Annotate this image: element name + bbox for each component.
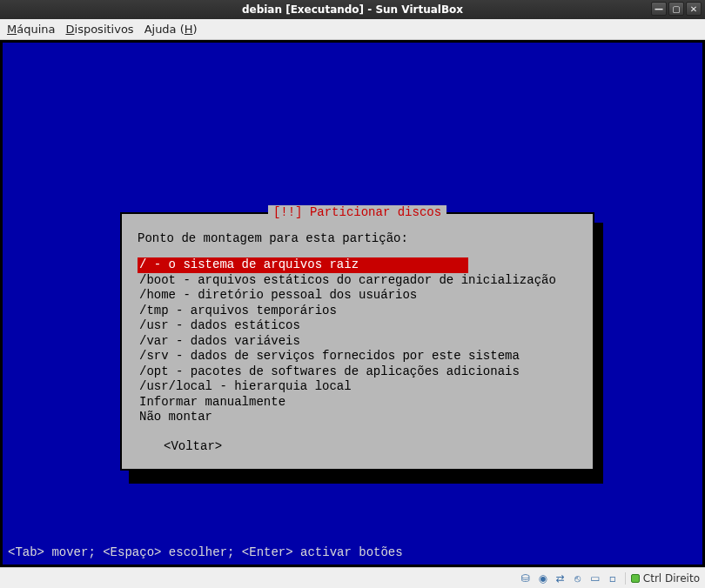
menubar: Máquina Dispositivos Ajuda (H) [0,19,705,40]
option-manual[interactable]: Informar manualmente [138,395,577,411]
option-var[interactable]: /var - dados variáveis [138,334,577,350]
host-key-label: Ctrl Direito [643,572,700,585]
option-tmp[interactable]: /tmp - arquivos temporários [138,304,577,319]
minimize-button[interactable]: — [651,2,667,16]
status-icons: ⛁ ◉ ⇄ ⎋ ▭ ▫ [519,571,620,585]
mouse-integration-icon[interactable]: ▫ [606,571,620,585]
network-icon[interactable]: ⇄ [554,571,567,585]
option-root[interactable]: / - o sistema de arquivos raiz [138,257,468,273]
option-usr[interactable]: /usr - dados estáticos [138,318,577,334]
option-srv[interactable]: /srv - dados de serviços fornecidos por … [138,349,577,364]
option-opt[interactable]: /opt - pacotes de softwares de aplicaçõe… [138,364,577,380]
vm-display: [!!] Particionar discos Ponto de montage… [0,40,705,567]
menu-machine[interactable]: Máquina [7,23,56,36]
back-button[interactable]: <Voltar> [138,439,577,453]
menu-help[interactable]: Ajuda (H) [144,23,198,36]
vm-screen[interactable]: [!!] Particionar discos Ponto de montage… [3,43,702,565]
dialog-prompt: Ponto de montagem para esta partição: [138,231,577,245]
hard-disk-icon[interactable]: ⛁ [519,571,533,585]
dialog-title: [!!] Particionar discos [268,205,446,219]
partition-dialog: [!!] Particionar discos Ponto de montage… [120,212,594,471]
statusbar: ⛁ ◉ ⇄ ⎋ ▭ ▫ Ctrl Direito [0,567,705,588]
window-title: debian [Executando] - Sun VirtualBox [242,3,463,16]
mount-point-list: / - o sistema de arquivos raiz /boot - a… [138,257,577,425]
menu-devices[interactable]: Dispositivos [66,23,134,36]
keyboard-hint: <Tab> mover; <Espaço> escolher; <Enter> … [8,545,403,559]
titlebar: debian [Executando] - Sun VirtualBox — ▢… [0,0,705,19]
maximize-button[interactable]: ▢ [668,2,684,16]
virtualbox-window: debian [Executando] - Sun VirtualBox — ▢… [0,0,705,588]
option-home[interactable]: /home - diretório pessoal dos usuários [138,288,577,304]
close-button[interactable]: ✕ [686,2,702,16]
optical-disk-icon[interactable]: ◉ [536,571,550,585]
dialog-title-row: [!!] Particionar discos [122,205,593,219]
host-key-indicator: Ctrl Direito [625,572,700,585]
window-controls: — ▢ ✕ [651,2,702,16]
host-key-led-icon [631,574,640,583]
usb-icon[interactable]: ⎋ [571,571,585,585]
option-nomount[interactable]: Não montar [138,410,577,425]
option-boot[interactable]: /boot - arquivos estáticos do carregador… [138,273,577,289]
option-usrlocal[interactable]: /usr/local - hierarquia local [138,379,577,395]
shared-folder-icon[interactable]: ▭ [588,571,602,585]
